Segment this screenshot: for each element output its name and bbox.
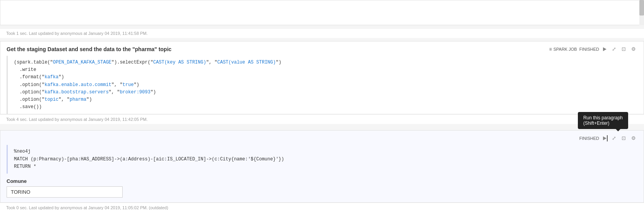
code-opt1-key: kafka.enable.auto.commit bbox=[44, 82, 111, 88]
code-opt1-val: true bbox=[123, 82, 134, 88]
top-cell-status-text: Took 1 sec. Last updated by anonymous at… bbox=[6, 31, 148, 36]
cursor-indicator bbox=[607, 135, 608, 141]
scrollbar-thumb[interactable] bbox=[639, 0, 644, 15]
run-tooltip: Run this paragraph (Shift+Enter) bbox=[578, 112, 628, 129]
spark-bookmark-button[interactable]: ⊡ bbox=[620, 45, 627, 53]
spark-cell-status: Took 4 sec. Last updated by anonymous at… bbox=[0, 114, 644, 124]
spark-job-label: SPARK JOB bbox=[553, 47, 577, 52]
spark-expand-button[interactable]: ⤢ bbox=[610, 45, 618, 53]
spark-cell-toolbar: ≡ SPARK JOB FINISHED ⤢ ⊡ ⚙ bbox=[549, 45, 637, 53]
spark-status-finished: FINISHED bbox=[579, 47, 599, 52]
spark-bookmark-icon: ⊡ bbox=[622, 46, 626, 52]
spark-settings-icon: ⚙ bbox=[631, 46, 636, 52]
neo4j-line1: %neo4j bbox=[14, 149, 31, 154]
comune-label: Comune bbox=[7, 178, 637, 184]
spark-settings-button[interactable]: ⚙ bbox=[630, 45, 637, 53]
code-opt3-mid: ", " bbox=[58, 97, 70, 102]
spark-play-icon bbox=[603, 47, 606, 51]
spark-expand-icon: ⤢ bbox=[612, 46, 616, 52]
code-opt2-mid: ", " bbox=[109, 90, 120, 95]
neo4j-cell: Run this paragraph (Shift+Enter) FINISHE… bbox=[0, 130, 644, 203]
spark-cell-title: Get the staging Dataset and send the dat… bbox=[7, 46, 171, 52]
code-opt2-key: kafka.bootstrap.servers bbox=[44, 90, 109, 95]
spark-job-badge: ≡ SPARK JOB bbox=[549, 46, 577, 52]
spark-lines-icon: ≡ bbox=[549, 46, 552, 52]
neo4j-run-button[interactable] bbox=[601, 136, 608, 141]
neo4j-status-text: Took 0 sec. Last updated by anonymous at… bbox=[6, 205, 168, 210]
top-cell-content bbox=[0, 0, 644, 25]
neo4j-line2: MATCH (p:Pharmacy)-[pha:HAS_ADDRESS]->(a… bbox=[14, 157, 284, 162]
section-divider-1 bbox=[0, 38, 644, 41]
top-cell-status: Took 1 sec. Last updated by anonymous at… bbox=[0, 28, 644, 38]
code-line1-mid2: ", " bbox=[206, 60, 217, 65]
code-format-val: kafka bbox=[44, 74, 58, 80]
neo4j-status-finished: FINISHED bbox=[579, 136, 599, 141]
neo4j-line3: RETURN * bbox=[14, 164, 36, 169]
code-table-name: OPEN_DATA_KAFKA_STAGE bbox=[53, 60, 111, 65]
code-line1-mid: ").selectExpr(" bbox=[111, 60, 153, 65]
neo4j-code-block: %neo4j MATCH (p:Pharmacy)-[pha:HAS_ADDRE… bbox=[7, 145, 637, 174]
comune-input[interactable] bbox=[7, 186, 123, 198]
code-opt1-mid: ", " bbox=[111, 82, 123, 88]
neo4j-expand-icon: ⤢ bbox=[612, 135, 616, 141]
spark-code-block: (spark.table("OPEN_DATA_KAFKA_STAGE").se… bbox=[7, 56, 637, 114]
neo4j-cell-status: Took 0 sec. Last updated by anonymous at… bbox=[0, 203, 644, 210]
code-cast1: CAST(key AS STRING) bbox=[153, 60, 206, 65]
code-cast2: CAST(value AS STRING) bbox=[217, 60, 276, 65]
notebook-container: Took 1 sec. Last updated by anonymous at… bbox=[0, 0, 644, 210]
neo4j-expand-button[interactable]: ⤢ bbox=[610, 134, 618, 142]
spark-status-text: Took 4 sec. Last updated by anonymous at… bbox=[6, 117, 148, 122]
spark-cell-header: Get the staging Dataset and send the dat… bbox=[0, 41, 644, 56]
neo4j-widget-area: Comune bbox=[0, 174, 644, 202]
code-opt3-val: pharma bbox=[70, 97, 86, 102]
code-line1-pre: (spark.table(" bbox=[14, 60, 53, 65]
scrollbar-track[interactable] bbox=[639, 0, 644, 25]
neo4j-bookmark-icon: ⊡ bbox=[622, 135, 626, 141]
neo4j-settings-icon: ⚙ bbox=[631, 135, 636, 141]
section-divider-2 bbox=[0, 127, 644, 130]
neo4j-bookmark-button[interactable]: ⊡ bbox=[620, 134, 627, 142]
neo4j-settings-button[interactable]: ⚙ bbox=[630, 134, 637, 142]
neo4j-cell-header: FINISHED ⤢ ⊡ ⚙ bbox=[0, 131, 644, 145]
spark-run-button[interactable] bbox=[601, 46, 608, 52]
code-opt3-key: topic bbox=[44, 97, 58, 102]
tooltip-line1: Run this paragraph bbox=[583, 115, 623, 120]
neo4j-play-icon bbox=[603, 136, 606, 140]
tooltip-line2: (Shift+Enter) bbox=[583, 120, 610, 126]
neo4j-cell-toolbar: FINISHED ⤢ ⊡ ⚙ bbox=[579, 134, 637, 142]
top-partial-cell bbox=[0, 0, 644, 25]
spark-cell: Get the staging Dataset and send the dat… bbox=[0, 41, 644, 114]
code-opt2-val: broker:9093 bbox=[120, 90, 150, 95]
